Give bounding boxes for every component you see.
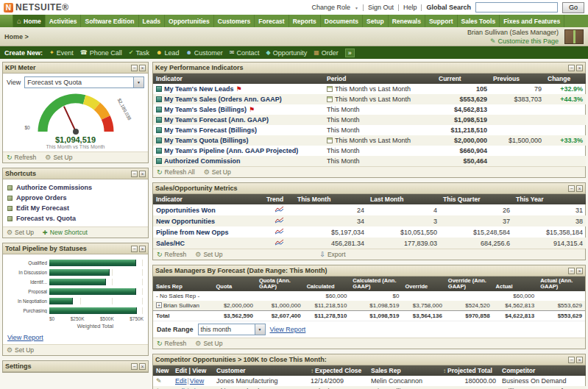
minimize-button[interactable] <box>568 65 575 71</box>
column-header[interactable]: Expected Close <box>308 365 368 376</box>
create-lead-link[interactable]: Lead <box>156 49 179 57</box>
kpi-indicator-link[interactable]: My Team's Forecast (Billings) <box>164 126 257 134</box>
kpi-indicator-link[interactable]: My Team's Forecast (Ann. GAAP) <box>164 116 269 124</box>
shortcuts-header[interactable]: Shortcuts <box>3 168 148 179</box>
create-task-link[interactable]: Task <box>129 49 149 57</box>
shortcut-link[interactable]: Authorize Commissions <box>7 182 144 193</box>
view-report-link[interactable]: View Report <box>7 334 43 341</box>
sign-out-link[interactable]: Sign Out <box>368 4 394 11</box>
metric-indicator-link[interactable]: Opportunities Won <box>156 207 216 214</box>
tab-opportunities[interactable]: Opportunities <box>165 15 214 27</box>
column-header[interactable]: Indicator <box>153 74 324 84</box>
customer-link[interactable]: Jones Manufacturing <box>216 377 278 385</box>
view-link[interactable]: View <box>187 377 205 385</box>
minimize-button[interactable] <box>131 363 138 370</box>
tab-forecast[interactable]: Forecast <box>255 15 288 27</box>
metric-indicator-link[interactable]: Pipline from New Opps <box>156 229 229 236</box>
column-header[interactable]: Edit | View <box>172 365 213 376</box>
tab-fixes-and-features[interactable]: Fixes and Features <box>500 15 564 27</box>
column-header[interactable]: Calculated (Ann. GAAP) <box>350 276 402 291</box>
sales-rep-link[interactable]: - No Sales Rep - <box>156 293 199 299</box>
setup-link[interactable]: Set Up <box>7 229 34 236</box>
column-header[interactable]: Last Month <box>367 194 440 204</box>
netsuite-logo[interactable]: NETSUITE® <box>4 2 69 13</box>
column-header[interactable]: Actual (Ann. GAAP) <box>537 276 585 291</box>
kpi-header[interactable]: Key Performance Indicators <box>153 63 585 74</box>
trend-icon[interactable] <box>274 228 284 235</box>
setup-link[interactable]: Set Up <box>195 251 222 258</box>
trend-icon[interactable] <box>274 217 284 224</box>
create-customer-link[interactable]: Customer <box>185 49 222 57</box>
tab-documents[interactable]: Documents <box>321 15 363 27</box>
pipeline-header[interactable]: Total Pipeline by Statuses <box>3 243 148 254</box>
tab-home[interactable]: Home <box>13 15 46 27</box>
refresh-all-link[interactable]: Refresh All <box>157 168 195 176</box>
shortcut-link[interactable]: Forecast vs. Quota <box>7 213 144 224</box>
setup-link[interactable]: Set Up <box>204 168 231 176</box>
sales-rep-link[interactable]: Brian Sullivan <box>163 302 199 309</box>
kpi-indicator-link[interactable]: My Team's Quota (Billings) <box>164 137 249 144</box>
close-button[interactable] <box>576 357 583 363</box>
tab-leads[interactable]: Leads <box>139 15 166 27</box>
column-header[interactable]: Period <box>324 74 436 84</box>
help-link[interactable]: Help <box>403 4 417 11</box>
column-header[interactable]: Calculated <box>304 276 350 291</box>
metric-indicator-link[interactable]: Sales/HC <box>156 240 185 247</box>
kpi-indicator-link[interactable]: My Team's Pipeline (Ann. GAAP Projected) <box>164 147 298 154</box>
minimize-button[interactable] <box>131 65 138 71</box>
column-header[interactable]: Change <box>545 74 586 84</box>
settings-header[interactable]: Settings <box>3 361 148 372</box>
tab-setup[interactable]: Setup <box>363 15 389 27</box>
kpi-indicator-link[interactable]: My Team's New Leads <box>164 85 234 93</box>
tab-activities[interactable]: Activities <box>46 15 82 27</box>
minimize-button[interactable] <box>568 268 575 274</box>
create-contact-link[interactable]: Contact <box>230 49 260 57</box>
tab-customers[interactable]: Customers <box>214 15 255 27</box>
tab-sales-tools[interactable]: Sales Tools <box>458 15 500 27</box>
column-header[interactable]: New <box>153 365 172 376</box>
minimize-button[interactable] <box>131 246 138 252</box>
close-button[interactable] <box>139 363 146 370</box>
shortcut-link[interactable]: Edit My Forecast <box>7 203 144 213</box>
tab-reports[interactable]: Reports <box>289 15 321 27</box>
chevron-down-icon[interactable] <box>355 4 358 11</box>
metric-indicator-link[interactable]: New Opportunities <box>156 218 215 225</box>
setup-link[interactable]: Set Up <box>45 154 72 161</box>
metrics-header[interactable]: Sales/Opportunity Metrics <box>153 183 585 194</box>
global-search-input[interactable] <box>475 2 558 13</box>
setup-link[interactable]: Set Up <box>7 346 34 354</box>
kpi-indicator-link[interactable]: Authorized Commission <box>164 157 241 165</box>
create-phone-call-link[interactable]: Phone Call <box>80 49 122 57</box>
forecast-header[interactable]: Sales Managers By Forecast (Date Range: … <box>153 265 585 276</box>
create-event-link[interactable]: Event <box>49 49 74 57</box>
tab-software-edition[interactable]: Software Edition <box>81 15 138 27</box>
competitors-header[interactable]: Competitor Opportunities > 100K to Close… <box>153 354 585 365</box>
new-record-icon[interactable] <box>156 377 162 385</box>
expand-icon[interactable] <box>156 302 162 308</box>
column-header[interactable]: Sales Rep <box>368 365 440 376</box>
column-header[interactable]: This Year <box>513 194 586 204</box>
minimize-button[interactable] <box>568 185 575 192</box>
tab-renewals[interactable]: Renewals <box>389 15 425 27</box>
create-order-link[interactable]: Order <box>314 49 339 57</box>
date-range-select[interactable]: this month <box>198 324 266 335</box>
refresh-link[interactable]: Refresh <box>7 154 36 161</box>
view-report-link[interactable]: View Report <box>270 326 306 333</box>
setup-link[interactable]: Set Up <box>195 340 222 347</box>
close-button[interactable] <box>576 65 583 71</box>
kpi-indicator-link[interactable]: My Team's Sales (Orders Ann. GAAP) <box>164 96 282 103</box>
refresh-link[interactable]: Refresh <box>157 340 186 347</box>
column-header[interactable]: This Quarter <box>440 194 513 204</box>
close-button[interactable] <box>576 268 583 274</box>
kpi-indicator-link[interactable]: My Team's Sales (Billings) <box>164 106 247 113</box>
close-button[interactable] <box>139 171 146 177</box>
minimize-button[interactable] <box>568 357 575 363</box>
column-header[interactable]: Actual <box>493 276 538 291</box>
column-header[interactable]: Quota <box>213 276 255 291</box>
kpi-meter-header[interactable]: KPI Meter <box>3 63 148 74</box>
new-shortcut-link[interactable]: New Shortcut <box>43 229 88 236</box>
shortcut-link[interactable]: Approve Orders <box>7 193 144 203</box>
minimize-button[interactable] <box>131 171 138 177</box>
column-header[interactable]: Override <box>402 276 444 291</box>
breadcrumb[interactable]: Home > <box>4 33 461 40</box>
